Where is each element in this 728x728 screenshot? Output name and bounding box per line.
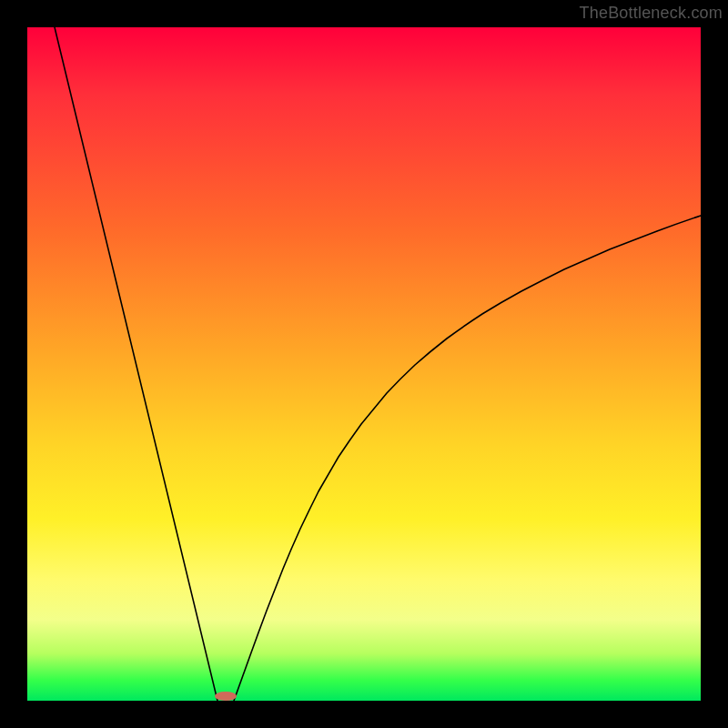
chart-frame: TheBottleneck.com [0, 0, 728, 728]
valley-marker [215, 692, 237, 701]
curve-right-branch [234, 216, 701, 701]
curve-left-branch [55, 27, 217, 701]
plot-area [27, 27, 701, 701]
chart-svg [27, 27, 701, 701]
attribution-text: TheBottleneck.com [580, 4, 723, 23]
